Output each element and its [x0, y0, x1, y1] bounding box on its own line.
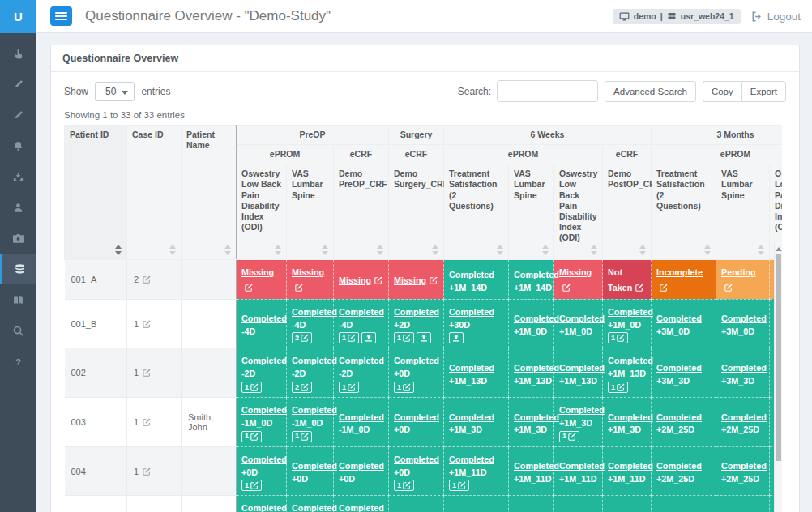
status-link[interactable]: Completed — [449, 412, 494, 422]
column-header-vas-lumbar-spine-5[interactable]: VAS Lumbar Spine — [509, 164, 554, 260]
status-edit-icon[interactable] — [374, 276, 382, 284]
status-link[interactable]: Completed — [608, 412, 653, 422]
sidebar-item-book[interactable] — [0, 284, 36, 315]
status-link[interactable]: Completed — [339, 307, 384, 317]
status-link[interactable]: Completed — [514, 461, 559, 471]
status-link[interactable]: Completed — [241, 405, 287, 415]
status-link[interactable]: Completed — [241, 454, 287, 464]
sidebar-item-bell[interactable] — [0, 130, 36, 161]
sidebar-item-camera[interactable] — [0, 223, 36, 254]
status-edit-icon[interactable] — [660, 284, 668, 292]
status-link[interactable]: Completed — [721, 363, 767, 373]
status-link[interactable]: Completed — [608, 307, 653, 317]
sidebar-item-hand-pointer[interactable] — [0, 38, 36, 69]
status-edit-icon[interactable] — [430, 276, 438, 284]
status-link[interactable]: Completed — [394, 412, 439, 422]
logout-button[interactable]: Logout — [750, 11, 801, 23]
status-link[interactable]: Completed — [514, 412, 559, 422]
app-logo[interactable]: U — [0, 0, 36, 33]
case-edit-icon[interactable] — [143, 369, 151, 377]
case-edit-icon[interactable] — [143, 275, 151, 284]
search-input[interactable] — [497, 80, 598, 102]
column-header-treatment-satisfaction-2-questions-4[interactable]: Treatment Satisfaction (2 Questions) — [444, 164, 509, 260]
vertical-scrollbar[interactable] — [774, 244, 782, 512]
status-link[interactable]: Completed — [559, 461, 605, 471]
status-link[interactable]: Completed — [514, 363, 559, 373]
status-link[interactable]: Completed — [241, 314, 287, 323]
column-header-vas-lumbar-spine-1[interactable]: VAS Lumbar Spine — [287, 164, 334, 260]
column-header-demo-preop-crf-2[interactable]: Demo PreOP_CRF — [334, 164, 389, 260]
column-header-treatment-satisfaction-2-questions-8[interactable]: Treatment Satisfaction (2 Questions) — [652, 164, 716, 260]
export-button[interactable]: Export — [741, 81, 786, 102]
status-link[interactable]: Completed — [449, 270, 494, 279]
status-link[interactable]: Completed — [656, 412, 702, 422]
status-link[interactable]: Completed — [514, 314, 559, 323]
status-link[interactable]: Incomplete — [656, 267, 703, 277]
status-edit-icon[interactable] — [245, 284, 253, 292]
advanced-search-button[interactable]: Advanced Search — [605, 81, 696, 102]
column-header-demo-surgery-crf-3[interactable]: Demo Surgery_CRF — [389, 164, 444, 260]
sidebar-item-search[interactable] — [0, 315, 36, 346]
status-link[interactable]: Completed — [292, 405, 337, 415]
status-link[interactable]: Completed — [608, 461, 653, 471]
column-header-case-id[interactable]: Case ID — [127, 126, 182, 260]
status-link[interactable]: Completed — [721, 314, 767, 323]
column-header-oswestry-low-back-pain-disability-index-odi-0[interactable]: Oswestry Low Back Pain Disability Index … — [237, 164, 287, 260]
status-link[interactable]: Completed — [721, 461, 767, 471]
status-link[interactable]: Completed — [241, 356, 287, 365]
status-link[interactable]: Completed — [292, 307, 337, 317]
status-link[interactable]: Completed — [559, 405, 605, 415]
sidebar-item-pencil-alt[interactable] — [0, 100, 36, 130]
status-link[interactable]: Missing — [559, 267, 592, 277]
scroll-up-arrow[interactable] — [776, 247, 782, 251]
column-header-patient-name[interactable]: Patient Name — [182, 126, 237, 260]
status-link[interactable]: Completed — [339, 356, 384, 365]
status-link[interactable]: Completed — [241, 503, 287, 512]
case-edit-icon[interactable] — [143, 418, 151, 426]
column-header-vas-lumbar-spine-9[interactable]: VAS Lumbar Spine — [716, 164, 770, 260]
sidebar-item-database[interactable] — [0, 254, 36, 284]
status-link[interactable]: Completed — [656, 461, 702, 471]
status-link[interactable]: Completed — [514, 270, 559, 279]
status-edit-icon[interactable] — [724, 284, 733, 292]
status-edit-icon[interactable] — [635, 284, 643, 292]
status-link[interactable]: Completed — [292, 356, 337, 365]
status-link[interactable]: Completed — [394, 356, 439, 365]
scrollbar-thumb[interactable] — [776, 254, 781, 461]
status-link[interactable]: Pending — [721, 267, 756, 277]
status-link[interactable]: Missing — [241, 267, 274, 277]
status-link[interactable]: Missing — [292, 267, 324, 277]
column-header-demo-postop-crf-7[interactable]: Demo PostOP_CRF — [603, 164, 652, 260]
status-edit-icon[interactable] — [562, 284, 571, 292]
menu-toggle-button[interactable] — [50, 6, 72, 26]
status-link[interactable]: Completed — [449, 307, 494, 317]
status-link[interactable]: Completed — [656, 363, 702, 373]
column-header-oswestry-low-back-pain-disability-index-odi-6[interactable]: Oswestry Low Back Pain Disability Index … — [554, 164, 603, 260]
status-link[interactable]: Missing — [339, 275, 371, 285]
case-edit-icon[interactable] — [143, 467, 151, 476]
sidebar-item-pencil[interactable] — [0, 69, 36, 100]
status-link[interactable]: Completed — [656, 314, 702, 323]
status-link[interactable]: Completed — [449, 454, 494, 464]
status-link[interactable]: Completed — [339, 412, 384, 422]
column-header-patient-id[interactable]: Patient ID — [65, 126, 127, 260]
sidebar-item-import-tray[interactable] — [0, 161, 36, 192]
status-link[interactable]: Completed — [559, 314, 605, 323]
status-link[interactable]: Completed — [292, 503, 337, 512]
status-link[interactable]: Completed — [292, 461, 337, 471]
status-link[interactable]: Completed — [394, 454, 439, 464]
copy-button[interactable]: Copy — [703, 81, 741, 102]
entries-select[interactable]: 50 — [95, 82, 135, 101]
status-edit-icon[interactable] — [295, 284, 303, 292]
status-link[interactable]: Completed — [608, 356, 653, 365]
status-link[interactable]: Missing — [394, 275, 426, 285]
status-link[interactable]: Completed — [721, 412, 767, 422]
status-link[interactable]: Completed — [339, 461, 384, 471]
status-link[interactable]: Completed — [559, 363, 605, 373]
status-link[interactable]: Completed — [339, 503, 384, 512]
case-edit-icon[interactable] — [143, 320, 151, 328]
sidebar-item-help[interactable]: ? — [0, 346, 36, 377]
status-link[interactable]: Completed — [394, 307, 439, 317]
sidebar-item-patient-user[interactable] — [0, 192, 36, 223]
status-link[interactable]: Completed — [449, 363, 494, 373]
